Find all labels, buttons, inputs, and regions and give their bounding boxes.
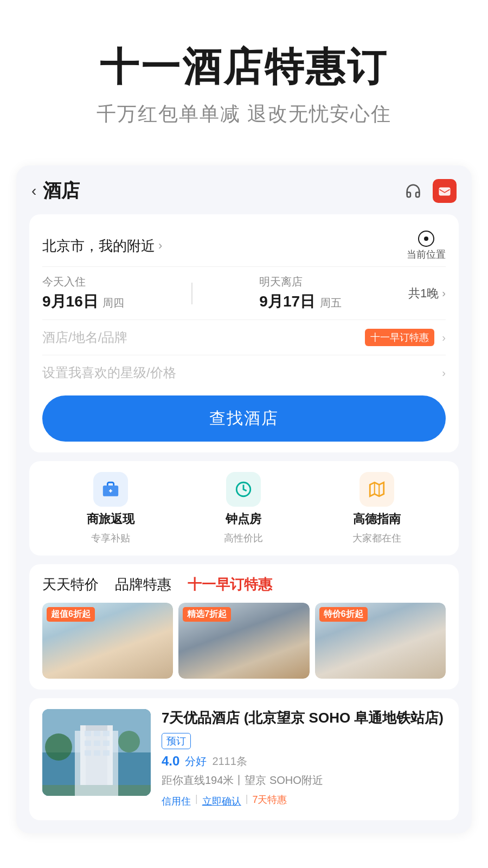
hourly-title: 钟点房: [226, 511, 261, 527]
rating-row: 4.0 分好 2111条: [162, 754, 446, 769]
tag-discount: 7天特惠: [252, 793, 287, 809]
nights-arrow: ›: [442, 287, 446, 299]
svg-rect-18: [85, 741, 91, 746]
header-left: ‹ 酒店: [31, 178, 80, 203]
back-button[interactable]: ‹: [31, 182, 36, 200]
tab-daily-deal[interactable]: 天天特价: [42, 575, 99, 594]
gps-label: 当前位置: [407, 248, 446, 261]
svg-rect-19: [94, 741, 100, 746]
location-arrow: ›: [158, 239, 162, 253]
checkout-label: 明天离店: [259, 275, 341, 289]
business-sub: 专享补贴: [91, 532, 130, 545]
gps-container[interactable]: 当前位置: [407, 231, 446, 261]
deal-badge-3: 特价6折起: [319, 607, 368, 622]
checkout-block: 明天离店 9月17日 周五: [259, 275, 341, 312]
deal-item-2[interactable]: 精选7折起: [178, 603, 309, 679]
business-icon: [93, 472, 128, 507]
quick-item-business[interactable]: 商旅返现 专享补贴: [87, 472, 134, 545]
hourly-sub: 高性价比: [224, 532, 263, 545]
distance-row: 距你直线194米丨望京 SOHO附近: [162, 773, 446, 788]
svg-rect-24: [42, 785, 151, 796]
svg-rect-16: [94, 731, 100, 736]
headset-button[interactable]: [401, 179, 425, 203]
quick-item-guide[interactable]: 高德指南 大家都在住: [352, 472, 401, 545]
tag-credit: 信用住: [162, 793, 191, 809]
tags-row: 信用住 | 立即确认 | 7天特惠: [162, 793, 446, 809]
location-row[interactable]: 北京市，我的附近 › 当前位置: [42, 225, 446, 267]
tag-confirm[interactable]: 立即确认: [202, 793, 241, 809]
checkin-day: 周四: [102, 297, 124, 309]
deal-images: 超值6折起 精选7折起 特价6折起: [42, 603, 446, 679]
gps-icon: [418, 231, 434, 247]
checkin-label: 今天入住: [42, 275, 124, 289]
deal-badge-2: 精选7折起: [183, 607, 231, 622]
date-row[interactable]: 今天入住 9月16日 周四 明天离店 9月17日 周五 共1晚 ›: [42, 267, 446, 320]
checkout-day: 周五: [320, 297, 342, 309]
hotel-name-row[interactable]: 酒店/地名/品牌 十一早订特惠 ›: [42, 320, 446, 355]
tag-sep-1: |: [195, 793, 198, 809]
deal-item-3[interactable]: 特价6折起: [315, 603, 446, 679]
tab-october-deal[interactable]: 十一早订特惠: [188, 575, 272, 594]
search-button[interactable]: 查找酒店: [42, 395, 446, 442]
pre-order-tag: 预订: [162, 733, 191, 749]
preference-row[interactable]: 设置我喜欢的星级/价格 ›: [42, 355, 446, 385]
header-right: [401, 179, 457, 203]
svg-rect-21: [85, 750, 91, 756]
hero-title: 十一酒店特惠订: [22, 43, 466, 90]
hotel-listing[interactable]: 7天优品酒店 (北京望京 SOHO 阜通地铁站店) 预订 4.0 分好 2111…: [29, 698, 459, 820]
search-card: 北京市，我的附近 › 当前位置 今天入住 9月16日 周四 明天离店: [29, 214, 459, 452]
deals-section: 天天特价 品牌特惠 十一早订特惠 超值6折起 精选7折起 特价6折起: [29, 564, 459, 690]
clock-icon: [226, 472, 261, 507]
svg-point-11: [45, 733, 72, 761]
hero-subtitle: 千万红包单单减 退改无忧安心住: [22, 101, 466, 127]
deal-item-1[interactable]: 超值6折起: [42, 603, 173, 679]
app-header: ‹ 酒店: [29, 178, 459, 214]
hotel-photo: [42, 709, 151, 796]
tag-sep-2: |: [246, 793, 248, 809]
rating-label: 分好: [185, 754, 207, 769]
map-icon: [359, 472, 394, 507]
rating-count: 2111条: [212, 754, 247, 769]
checkin-date: 9月16日: [42, 293, 98, 310]
hotel-name-arrow: ›: [442, 331, 446, 344]
checkin-block: 今天入住 9月16日 周四: [42, 275, 124, 312]
svg-rect-15: [85, 731, 91, 736]
svg-rect-0: [439, 188, 450, 195]
checkout-date-line: 9月17日 周五: [259, 291, 341, 312]
checkout-date: 9月17日: [259, 293, 315, 310]
guide-sub: 大家都在住: [352, 532, 401, 545]
promo-tag: 十一早订特惠: [365, 329, 434, 346]
page-title: 酒店: [43, 178, 80, 203]
hotel-info: 7天优品酒店 (北京望京 SOHO 阜通地铁站店) 预订 4.0 分好 2111…: [162, 709, 446, 809]
tab-brand-deal[interactable]: 品牌特惠: [115, 575, 171, 594]
hotel-name-line: 7天优品酒店 (北京望京 SOHO 阜通地铁站店) 预订: [162, 709, 446, 749]
deals-tabs: 天天特价 品牌特惠 十一早订特惠: [42, 575, 446, 594]
location-left: 北京市，我的附近 ›: [42, 237, 162, 256]
nights-info[interactable]: 共1晚 ›: [408, 285, 446, 302]
nights-text: 共1晚: [408, 285, 439, 302]
checkin-date-line: 9月16日 周四: [42, 291, 124, 312]
svg-marker-6: [370, 483, 384, 497]
svg-point-12: [118, 731, 140, 752]
date-separator: [191, 283, 192, 304]
svg-rect-20: [103, 741, 110, 746]
red-envelope-button[interactable]: [433, 179, 457, 203]
hotel-name-input[interactable]: 酒店/地名/品牌: [42, 329, 127, 346]
preference-input[interactable]: 设置我喜欢的星级/价格: [42, 364, 176, 381]
main-card: ‹ 酒店 北京市，我的附近 ›: [16, 165, 472, 833]
svg-rect-23: [103, 750, 110, 756]
hotel-name: 7天优品酒店 (北京望京 SOHO 阜通地铁站店): [162, 709, 444, 727]
svg-rect-13: [80, 725, 113, 785]
deal-badge-1: 超值6折起: [47, 607, 95, 622]
business-title: 商旅返现: [87, 511, 134, 527]
svg-rect-14: [86, 725, 107, 785]
guide-title: 高德指南: [353, 511, 401, 527]
svg-rect-17: [103, 731, 110, 736]
quick-links: 商旅返现 专享补贴 钟点房 高性价比 高德指南 大家都在住: [29, 461, 459, 556]
location-text: 北京市，我的附近: [42, 237, 155, 256]
svg-rect-22: [94, 750, 100, 756]
hotel-image: [42, 709, 151, 796]
quick-item-hourly[interactable]: 钟点房 高性价比: [224, 472, 263, 545]
rating-score: 4.0: [162, 754, 179, 769]
preference-arrow: ›: [442, 367, 446, 379]
